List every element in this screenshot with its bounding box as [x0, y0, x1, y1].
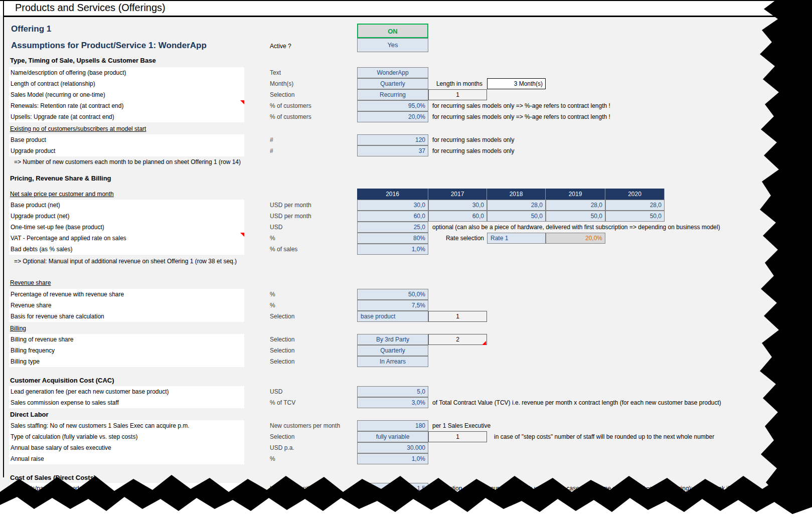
row-renewals-label: Renewals: Retention rate (at contract en…: [11, 100, 123, 111]
row-billrevshare-label: Billing of revenue share: [11, 334, 73, 345]
salary-value-cell[interactable]: 30.000: [357, 442, 428, 453]
frame-left-line: [3, 0, 4, 477]
revshare-value-cell[interactable]: 7,5%: [357, 300, 428, 311]
commission-value-cell[interactable]: 3,0%: [357, 397, 428, 408]
title-rule: [3, 16, 775, 17]
name-value-cell[interactable]: WonderApp: [357, 67, 428, 78]
billtype-value-cell[interactable]: In Arrears: [357, 356, 428, 367]
upgradenet-2019-cell[interactable]: 50,0: [546, 211, 605, 222]
setupfee-note: optional (can also be a piece of hardwar…: [432, 222, 720, 233]
row-upgradeproduct-unit: #: [270, 145, 273, 156]
basenet-2019-cell[interactable]: 28,0: [546, 200, 605, 211]
year-header-2016: 2016: [357, 189, 428, 200]
row-billfreq-label: Billing frequency: [11, 345, 55, 356]
section-pricing-heading: Pricing, Revenue Share & Billing: [10, 173, 111, 184]
row-leadfee-unit: USD: [270, 386, 282, 397]
torn-edge-right: [757, 0, 812, 519]
net-sale-price-subhead: Net sale price per customer and month: [10, 189, 114, 200]
frame-top-line: [0, 0, 778, 1]
raise-value-cell[interactable]: 1,0%: [357, 453, 428, 464]
row-name-label: Name/description of offering (base produ…: [11, 67, 126, 78]
upgradeproduct-note: for recurring sales models only: [432, 145, 514, 156]
row-raise-label: Annual raise: [11, 453, 44, 464]
billrevshare-code-cell: 2: [428, 334, 487, 345]
baddebts-value-cell[interactable]: 1,0%: [357, 244, 428, 255]
setupfee-value-cell[interactable]: 25,0: [357, 222, 428, 233]
calctype-value-cell[interactable]: fully variable: [357, 431, 428, 442]
row-salary-label: Annual base salary of sales executive: [11, 442, 111, 453]
row-basenet-label: Base product (net): [11, 200, 60, 211]
leadfee-value-cell[interactable]: 5,0: [357, 386, 428, 397]
renewals-note: for recurring sales models only => %-age…: [432, 100, 610, 111]
section-cac-heading: Customer Acquisition Cost (CAC): [10, 375, 114, 386]
row-contract-label: Length of contract (relationship): [11, 78, 95, 89]
staffing-value-cell[interactable]: 180: [357, 420, 428, 431]
row-upgradeproduct-label: Upgrade product: [11, 145, 55, 156]
baseproduct-note: for recurring sales models only: [432, 134, 514, 145]
calctype-code-cell: 1: [428, 431, 487, 442]
row-billtype-label: Billing type: [11, 356, 40, 367]
basenet-2016-cell[interactable]: 30,0: [357, 200, 428, 211]
contract-value-cell[interactable]: Quarterly: [357, 78, 428, 89]
year-header-2019: 2019: [546, 189, 605, 200]
offering-heading: Offering 1: [11, 24, 51, 34]
baseproduct-count-cell[interactable]: 120: [357, 134, 428, 145]
upgradenet-2017-cell[interactable]: 60,0: [428, 211, 487, 222]
basis-code-cell: 1: [428, 311, 487, 322]
row-baseproduct-label: Base product: [11, 134, 46, 145]
vat-value-cell[interactable]: 80%: [357, 233, 428, 244]
row-raise-unit: %: [270, 453, 275, 464]
billing-subhead: Billing: [10, 323, 26, 334]
row-basis-label: Basis for revenue share calculation: [11, 311, 104, 322]
assumptions-heading: Assumptions for Product/Service 1: Wonde…: [11, 41, 207, 51]
upsells-note: for recurring sales models only => %-age…: [432, 111, 610, 122]
row-revshare-unit: %: [270, 300, 275, 311]
row-upgradenet-unit: USD per month: [270, 211, 311, 222]
staffing-note: per 1 Sales Executive: [432, 420, 491, 431]
year-header-2018: 2018: [487, 189, 546, 200]
page-title: Products and Services (Offerings): [15, 2, 166, 14]
comment-indicator: [482, 341, 486, 345]
row-upsells-label: Upsells: Upgrade rate (at contract end): [11, 111, 114, 122]
basenet-2018-cell[interactable]: 28,0: [487, 200, 546, 211]
row-baddebts-unit: % of sales: [270, 244, 297, 255]
basenet-2020-cell[interactable]: 28,0: [605, 200, 665, 211]
rate-name-cell[interactable]: Rate 1: [487, 233, 546, 244]
row-billrevshare-unit: Selection: [270, 334, 294, 345]
rate-value-cell: 20,0%: [546, 233, 605, 244]
row-salary-unit: USD p.a.: [270, 442, 294, 453]
row-contract-unit: Month(s): [270, 78, 293, 89]
row-renewals-unit: % of customers: [270, 100, 311, 111]
row-commission-unit: % of TCV: [270, 397, 295, 408]
row-vat-label: VAT - Percentage and applied rate on sal…: [11, 233, 126, 244]
row-basis-unit: Selection: [270, 311, 294, 322]
row-staffing-unit: New customers per month: [270, 420, 340, 431]
row-setupfee-unit: USD: [270, 222, 282, 233]
row-baddebts-label: Bad debts (as % sales): [11, 244, 72, 255]
renewals-value-cell[interactable]: 95,0%: [357, 100, 428, 111]
revpct-value-cell[interactable]: 50,0%: [357, 289, 428, 300]
revenue-share-subhead: Revenue share: [10, 277, 51, 288]
billrevshare-value-cell[interactable]: By 3rd Party: [357, 334, 428, 345]
row-revpct-unit: %: [270, 289, 275, 300]
upgradeproduct-count-cell[interactable]: 37: [357, 145, 428, 156]
existing-customers-subhead: Existing no of customers/subscribers at …: [10, 123, 146, 134]
upgradenet-2016-cell[interactable]: 60,0: [357, 211, 428, 222]
active-label: Active ?: [270, 41, 291, 52]
row-setupfee-label: One-time set-up fee (base product): [11, 222, 104, 233]
active-value-cell[interactable]: Yes: [357, 38, 428, 52]
basenet-2017-cell[interactable]: 30,0: [428, 200, 487, 211]
torn-edge-bottom: [0, 469, 812, 519]
sec1-footnote: => Number of new customers each month to…: [14, 156, 241, 167]
row-calctype-unit: Selection: [270, 431, 294, 442]
salesmodel-value-cell[interactable]: Recurring: [357, 89, 428, 100]
upgradenet-2018-cell[interactable]: 50,0: [487, 211, 546, 222]
rate-selection-label: Rate selection: [428, 233, 484, 244]
upgradenet-2020-cell[interactable]: 50,0: [605, 211, 665, 222]
upsells-value-cell[interactable]: 20,0%: [357, 111, 428, 122]
basis-value-cell[interactable]: base product: [357, 311, 428, 322]
comment-indicator: [240, 233, 244, 237]
offering-on-toggle[interactable]: ON: [357, 24, 428, 38]
row-billfreq-unit: Selection: [270, 345, 294, 356]
billfreq-value-cell[interactable]: Quarterly: [357, 345, 428, 356]
